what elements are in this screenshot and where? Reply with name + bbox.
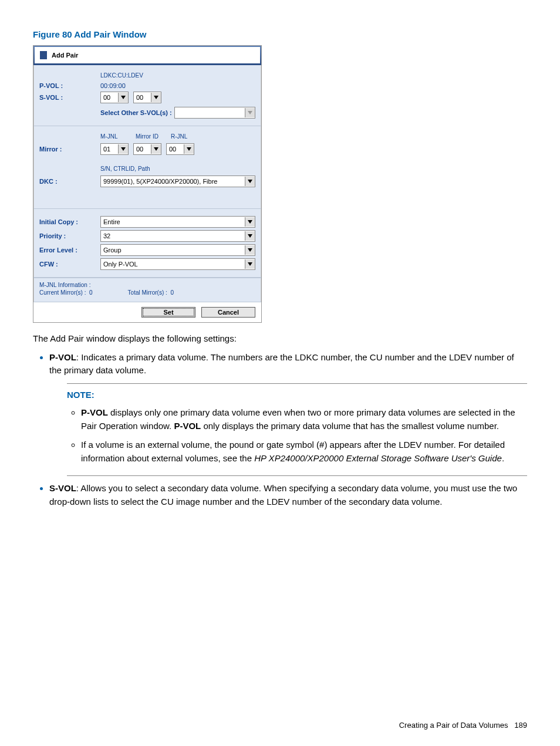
ldkc-header: LDKC:CU:LDEV <box>100 72 143 79</box>
dkc-value: 99999(01), 5(XP24000/XP20000), Fibre <box>103 178 242 185</box>
note-text: only displays the primary data volume th… <box>201 421 499 431</box>
list-item: If a volume is an external volume, the p… <box>81 438 527 465</box>
window-icon <box>39 50 48 60</box>
svol-cu-value: 00 <box>103 94 116 101</box>
list-item: P-VOL displays only one primary data vol… <box>81 406 527 433</box>
cfw-label: CFW : <box>39 261 100 268</box>
svg-marker-8 <box>248 234 252 238</box>
initial-copy-value: Entire <box>103 218 242 225</box>
mirror-headers: M-JNL Mirror ID R-JNL <box>100 133 206 140</box>
svol-label: S-VOL : <box>39 94 100 101</box>
current-mirrors-label: Current Mirror(s) : <box>39 289 86 296</box>
mirror-pane: M-JNL Mirror ID R-JNL Mirror : 01 00 00 … <box>33 126 261 209</box>
total-mirrors-value: 0 <box>170 289 174 296</box>
footer-text: Creating a Pair of Data Volumes <box>399 721 508 730</box>
initial-copy-label: Initial Copy : <box>39 218 100 225</box>
rjnl-value: 00 <box>169 146 181 153</box>
dropdown-arrow-icon[interactable] <box>118 144 128 154</box>
note-text: . <box>502 453 504 463</box>
set-button[interactable]: Set <box>141 307 195 318</box>
priority-value: 32 <box>103 232 242 239</box>
note-box: NOTE: P-VOL displays only one primary da… <box>67 383 527 477</box>
cfw-value: Only P-VOL <box>103 261 242 268</box>
note-bold: P-VOL <box>81 407 108 417</box>
pvol-term: P-VOL <box>49 352 76 362</box>
error-level-value: Group <box>103 247 242 254</box>
priority-label: Priority : <box>39 232 100 239</box>
svol-desc: : Allows you to select a secondary data … <box>49 483 517 507</box>
figure-caption: Figure 80 Add Pair Window <box>33 29 527 39</box>
rjnl-select[interactable]: 00 <box>166 143 194 155</box>
svg-marker-9 <box>248 248 252 252</box>
dropdown-arrow-icon[interactable] <box>151 93 161 102</box>
priority-select[interactable]: 32 <box>100 230 255 242</box>
pvol-svol-pane: LDKC:CU:LDEV P-VOL : 00:09:00 S-VOL : 00… <box>33 65 261 126</box>
mjnl-info-pane: M-JNL Information : Current Mirror(s) : … <box>33 278 261 302</box>
dropdown-arrow-icon[interactable] <box>151 144 161 154</box>
mirrorid-select[interactable]: 00 <box>133 143 161 155</box>
dropdown-arrow-icon[interactable] <box>245 177 255 186</box>
svol-ldev-select[interactable]: 00 <box>133 92 161 103</box>
svg-marker-1 <box>154 96 158 99</box>
dkc-select[interactable]: 99999(01), 5(XP24000/XP20000), Fibre <box>100 175 255 187</box>
button-bar: Set Cancel <box>33 302 261 322</box>
mirrorid-value: 00 <box>136 146 149 153</box>
svol-term: S-VOL <box>49 483 76 493</box>
page-footer: Creating a Pair of Data Volumes 189 <box>399 721 527 730</box>
select-other-svol-select[interactable] <box>174 107 255 119</box>
svg-marker-4 <box>154 147 158 151</box>
list-item: S-VOL: Allows you to select a secondary … <box>49 482 527 508</box>
pvol-desc: : Indicates a primary data volume. The n… <box>49 352 514 376</box>
dropdown-arrow-icon[interactable] <box>245 217 255 227</box>
pvol-value: 00:09:00 <box>100 82 126 89</box>
options-pane: Initial Copy : Entire Priority : 32 Erro… <box>33 209 261 278</box>
intro-text: The Add Pair window displays the followi… <box>33 332 527 345</box>
window-title: Add Pair <box>52 52 78 59</box>
svg-marker-6 <box>248 180 252 183</box>
svg-marker-10 <box>248 262 252 266</box>
mjnl-info-label: M-JNL Information : <box>39 282 255 288</box>
svol-cu-select[interactable]: 00 <box>100 92 129 103</box>
select-other-svol-label: Select Other S-VOL(s) : <box>100 109 172 116</box>
mjnl-header: M-JNL <box>100 133 136 140</box>
dkc-label: DKC : <box>39 178 100 185</box>
dropdown-arrow-icon[interactable] <box>184 144 194 154</box>
mjnl-value: 01 <box>103 146 116 153</box>
dropdown-arrow-icon[interactable] <box>118 93 128 102</box>
mjnl-select[interactable]: 01 <box>100 143 129 155</box>
error-level-select[interactable]: Group <box>100 244 255 256</box>
note-list: P-VOL displays only one primary data vol… <box>67 406 527 465</box>
window-titlebar: Add Pair <box>33 46 261 65</box>
note-title: NOTE: <box>67 389 527 402</box>
cfw-select[interactable]: Only P-VOL <box>100 258 255 270</box>
svg-marker-0 <box>121 96 126 99</box>
svg-marker-5 <box>187 147 191 151</box>
cancel-button[interactable]: Cancel <box>201 307 255 318</box>
dropdown-arrow-icon[interactable] <box>245 259 255 269</box>
svg-marker-2 <box>248 111 252 114</box>
note-italic: HP XP24000/XP20000 External Storage Soft… <box>254 453 502 463</box>
total-mirrors-label: Total Mirror(s) : <box>128 289 167 296</box>
initial-copy-select[interactable]: Entire <box>100 216 255 228</box>
dkc-header: S/N, CTRLID, Path <box>100 166 150 172</box>
dropdown-arrow-icon[interactable] <box>245 108 255 117</box>
svol-ldev-value: 00 <box>136 94 149 101</box>
mirrorid-header: Mirror ID <box>136 133 171 140</box>
svg-marker-3 <box>121 147 126 151</box>
rjnl-header: R-JNL <box>171 133 206 140</box>
dropdown-arrow-icon[interactable] <box>245 245 255 255</box>
page-number: 189 <box>514 721 527 730</box>
dropdown-arrow-icon[interactable] <box>245 231 255 241</box>
list-item: P-VOL: Indicates a primary data volume. … <box>49 351 527 477</box>
error-level-label: Error Level : <box>39 247 100 254</box>
svg-marker-7 <box>248 220 252 224</box>
pvol-label: P-VOL : <box>39 82 100 89</box>
note-bold: P-VOL <box>174 421 201 431</box>
mirror-label: Mirror : <box>39 146 100 153</box>
current-mirrors-value: 0 <box>89 289 93 296</box>
settings-list: P-VOL: Indicates a primary data volume. … <box>33 351 527 509</box>
add-pair-window: Add Pair LDKC:CU:LDEV P-VOL : 00:09:00 S… <box>33 45 262 323</box>
